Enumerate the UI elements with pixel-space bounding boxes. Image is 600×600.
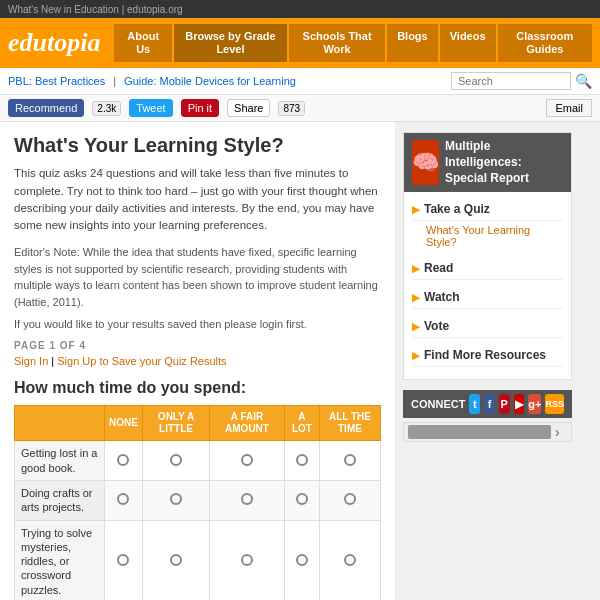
arrow-icon-find: ▶ [412,350,420,361]
radio-button[interactable] [170,554,182,566]
radio-button[interactable] [117,554,129,566]
radio-cell[interactable] [319,480,380,520]
radio-cell[interactable] [284,441,319,481]
intro-text: This quiz asks 24 questions and will tak… [14,165,381,234]
sidebar-section-find: ▶ Find More Resources [412,344,563,367]
table-header-none: None [105,406,143,441]
radio-cell[interactable] [105,520,143,600]
widget-title: Multiple Intelligences: Special Report [445,139,563,186]
email-button[interactable]: Email [546,99,592,117]
slider-track [408,425,551,439]
page-title: What's Your Learning Style? [14,134,381,157]
radio-cell[interactable] [210,441,285,481]
youtube-icon[interactable]: ▶ [514,394,525,414]
share-button[interactable]: Share [227,99,270,117]
radio-button[interactable] [117,454,129,466]
search-input[interactable] [451,72,571,90]
radio-cell[interactable] [319,441,380,481]
nav-browse-grade[interactable]: Browse by Grade Level [174,24,287,62]
radio-cell[interactable] [142,480,209,520]
site-header: edutopia About Us Browse by Grade Level … [0,18,600,68]
search-icon[interactable]: 🔍 [575,73,592,89]
radio-cell[interactable] [142,520,209,600]
connect-bar: CONNECT t f P ▶ g+ RSS [403,390,572,418]
radio-cell[interactable] [210,480,285,520]
search-bar: 🔍 [451,72,592,90]
row-label: Doing crafts or arts projects. [15,480,105,520]
sidebar-link-quiz[interactable]: What's Your Learning Style? [412,221,563,251]
table-header-a-lot: A Lot [284,406,319,441]
tweet-button[interactable]: Tweet [129,99,172,117]
quiz-table: None Only A Little A Fair Amount A Lot A… [14,405,381,600]
top-nav-text: What's New in Education | edutopia.org [8,4,183,15]
arrow-icon-watch: ▶ [412,292,420,303]
radio-button[interactable] [296,554,308,566]
sidebar-section-quiz-header[interactable]: ▶ Take a Quiz [412,198,563,221]
facebook-icon[interactable]: f [484,394,495,414]
radio-button[interactable] [170,493,182,505]
site-logo[interactable]: edutopia [8,28,100,58]
recommend-button[interactable]: Recommend [8,99,84,117]
radio-cell[interactable] [319,520,380,600]
section-heading: How much time do you spend: [14,379,381,397]
radio-button[interactable] [296,493,308,505]
table-header-all-time: All The Time [319,406,380,441]
radio-button[interactable] [241,554,253,566]
sign-in-link[interactable]: Sign In [14,355,48,367]
nav-videos[interactable]: Videos [440,24,496,62]
sidebar-section-read-label: Read [424,261,453,275]
radio-button[interactable] [344,554,356,566]
main-nav: About Us Browse by Grade Level Schools T… [114,24,592,62]
radio-cell[interactable] [210,520,285,600]
sidebar-section-find-label: Find More Resources [424,348,546,362]
sidebar-section-find-header[interactable]: ▶ Find More Resources [412,344,563,367]
radio-button[interactable] [296,454,308,466]
nav-about-us[interactable]: About Us [114,24,171,62]
sidebar-section-watch: ▶ Watch [412,286,563,309]
radio-button[interactable] [241,493,253,505]
breadcrumb-item-guide[interactable]: Guide: Mobile Devices for Learning [124,75,296,87]
google-plus-icon[interactable]: g+ [528,394,541,414]
radio-button[interactable] [344,493,356,505]
breadcrumb: PBL: Best Practices | Guide: Mobile Devi… [0,68,600,95]
slider-bar[interactable]: › [403,422,572,442]
rss-icon[interactable]: RSS [545,394,564,414]
brain-image: 🧠 [412,140,439,185]
sidebar-section-read-header[interactable]: ▶ Read [412,257,563,280]
email-label: Email [555,102,583,114]
table-header-only-a-little: Only A Little [142,406,209,441]
twitter-icon[interactable]: t [469,394,480,414]
radio-cell[interactable] [284,520,319,600]
sidebar-section-quiz: ▶ Take a Quiz What's Your Learning Style… [412,198,563,251]
sidebar-widget-mi: 🧠 Multiple Intelligences: Special Report… [403,132,572,380]
recommend-label: Recommend [15,102,77,114]
nav-classroom-guides[interactable]: Classroom Guides [498,24,592,62]
table-row: Doing crafts or arts projects. [15,480,381,520]
radio-button[interactable] [241,454,253,466]
pin-button[interactable]: Pin it [181,99,219,117]
sign-up-link[interactable]: Sign Up to Save your Quiz Results [57,355,226,367]
arrow-icon-vote: ▶ [412,321,420,332]
sidebar-section-read: ▶ Read [412,257,563,280]
tweet-label: Tweet [136,102,165,114]
sidebar-section-watch-header[interactable]: ▶ Watch [412,286,563,309]
table-row: Trying to solve mysteries, riddles, or c… [15,520,381,600]
brain-icon: 🧠 [412,150,439,176]
radio-cell[interactable] [105,441,143,481]
nav-blogs[interactable]: Blogs [387,24,438,62]
radio-button[interactable] [344,454,356,466]
top-nav-bar: What's New in Education | edutopia.org [0,0,600,18]
share-label: Share [234,102,263,114]
radio-button[interactable] [117,493,129,505]
radio-button[interactable] [170,454,182,466]
pinterest-icon[interactable]: P [499,394,510,414]
breadcrumb-item-pbl[interactable]: PBL: Best Practices [8,75,105,87]
table-row: Getting lost in a good book. [15,441,381,481]
radio-cell[interactable] [284,480,319,520]
slider-next-icon[interactable]: › [555,424,560,440]
radio-cell[interactable] [105,480,143,520]
page-indicator: PAGE 1 OF 4 [14,340,381,351]
radio-cell[interactable] [142,441,209,481]
sidebar-section-vote-header[interactable]: ▶ Vote [412,315,563,338]
nav-schools-work[interactable]: Schools That Work [289,24,385,62]
